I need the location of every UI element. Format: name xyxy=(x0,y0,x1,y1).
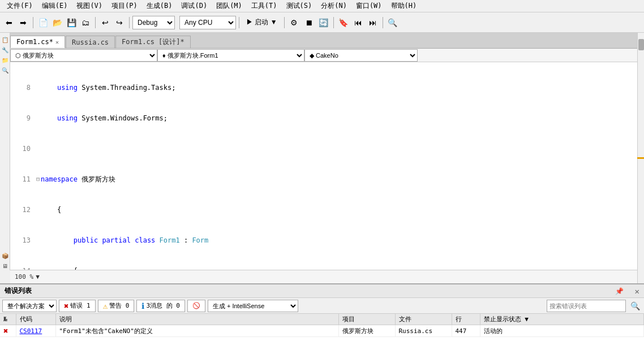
col-line[interactable]: 行 xyxy=(452,314,480,325)
debug-config-select[interactable]: Debug Release xyxy=(132,16,175,29)
tab-form1cs-close[interactable]: ✕ xyxy=(55,39,59,45)
error-desc-cell: "Form1"未包含"CakeNO"的定义 xyxy=(55,325,338,337)
tab-form1cs-label: Form1.cs* xyxy=(16,38,53,46)
error-panel-header: 错误列表 📌 ✕ xyxy=(0,284,644,298)
redo-button[interactable]: ↪ xyxy=(113,16,126,29)
tab-russiacs[interactable]: Russia.cs xyxy=(66,36,115,48)
col-code[interactable]: 代码 xyxy=(16,314,55,325)
search-button[interactable]: 🔍 xyxy=(386,16,400,29)
undo-buttons: ↩ ↪ xyxy=(98,16,126,29)
code-nav-class[interactable]: ♦ 俄罗斯方块.Form1 xyxy=(157,49,304,62)
code-nav-member[interactable]: ◆ CakeNo xyxy=(304,49,418,62)
col-project[interactable]: 项目 xyxy=(338,314,395,325)
menu-edit[interactable]: 编辑(E) xyxy=(37,0,72,12)
attach-button[interactable]: ⚙ xyxy=(287,16,301,29)
fwd-button[interactable]: ➡ xyxy=(16,16,30,29)
menu-window[interactable]: 窗口(W) xyxy=(351,0,387,12)
error-list-table: № 代码 说明 项目 文件 行 禁止显示状态 ▼ ✖ CS0117 "Form1… xyxy=(0,314,644,337)
code-nav-namespace[interactable]: ⬡ 俄罗斯方块 xyxy=(10,49,157,62)
menu-view[interactable]: 视图(V) xyxy=(72,0,107,12)
back-button[interactable]: ⬅ xyxy=(2,16,16,29)
code-nav: ⬡ 俄罗斯方块 ♦ 俄罗斯方块.Form1 ◆ CakeNo xyxy=(10,49,644,62)
menu-tools[interactable]: 工具(T) xyxy=(247,0,282,12)
error-table: № 代码 说明 项目 文件 行 禁止显示状态 ▼ ✖ CS0117 "Form1… xyxy=(0,314,644,354)
col-desc[interactable]: 说明 xyxy=(55,314,338,325)
file-buttons: 📄 📂 💾 🗂 xyxy=(36,16,92,29)
status-bar: 100 % ▼ xyxy=(10,270,637,283)
error-type-icon: ✖ xyxy=(3,326,8,335)
sep2 xyxy=(95,17,96,28)
menu-debug[interactable]: 调试(D) xyxy=(177,0,212,12)
error-code-cell[interactable]: CS0117 xyxy=(16,325,55,337)
error-table-header-row: № 代码 说明 项目 文件 行 禁止显示状态 ▼ xyxy=(0,314,644,325)
sidebar-icon-3[interactable]: 📁 xyxy=(1,55,10,64)
col-num[interactable]: № xyxy=(0,314,16,325)
col-status[interactable]: 禁止显示状态 ▼ xyxy=(480,314,644,325)
error-count-label: 错误 1 xyxy=(70,301,90,310)
left-sidebar: 📋 🔧 📁 🔍 📦 🖥 xyxy=(0,33,10,270)
error-status-cell: 活动的 xyxy=(480,325,644,337)
code-editor[interactable]: 8 using System.Threading.Tasks; 9 using … xyxy=(10,62,644,283)
error-file-cell: Russia.cs xyxy=(395,325,452,337)
scrollbar-thumb[interactable] xyxy=(638,39,644,50)
menu-test[interactable]: 测试(S) xyxy=(282,0,317,12)
open-button[interactable]: 📂 xyxy=(50,16,64,29)
error-code-link[interactable]: CS0117 xyxy=(20,327,42,335)
tab-form1cs[interactable]: Form1.cs* ✕ xyxy=(10,36,65,48)
undo-button[interactable]: ↩ xyxy=(98,16,112,29)
restart-button[interactable]: 🔄 xyxy=(317,16,330,29)
sidebar-icon-2[interactable]: 🔧 xyxy=(1,45,10,54)
sidebar-icon-4[interactable]: 🔍 xyxy=(1,66,10,75)
code-line-13: 13 public partial class Form1 : Form xyxy=(15,235,644,245)
save-button[interactable]: 💾 xyxy=(65,16,78,29)
vertical-scrollbar[interactable] xyxy=(637,33,644,283)
scrollbar-error-marker xyxy=(637,157,644,159)
build-intellisense-select[interactable]: 生成 + IntelliSense xyxy=(208,300,298,312)
menu-build[interactable]: 生成(B) xyxy=(142,0,177,12)
tabs-bar: Form1.cs* ✕ Russia.cs Form1.cs [设计]* xyxy=(10,33,644,49)
sep7 xyxy=(383,17,383,28)
sidebar-icon-1[interactable]: 📋 xyxy=(1,35,10,44)
menu-team[interactable]: 团队(M) xyxy=(212,0,247,12)
code-line-8: 8 using System.Threading.Tasks; xyxy=(15,83,644,93)
info-count-label: 3消息 的 0 xyxy=(146,301,180,310)
info-icon: ℹ xyxy=(141,301,144,310)
tab-form1design[interactable]: Form1.cs [设计]* xyxy=(115,36,191,48)
panel-close-button[interactable]: ✕ xyxy=(635,287,639,296)
start-button[interactable]: ▶ 启动 ▼ xyxy=(242,16,281,29)
save-all-button[interactable]: 🗂 xyxy=(79,16,92,29)
info-count-button[interactable]: ℹ 3消息 的 0 xyxy=(136,300,185,312)
main-area: Form1.cs* ✕ Russia.cs Form1.cs [设计]* ⬡ 俄… xyxy=(10,33,644,283)
suppress-button[interactable]: 🚫 xyxy=(187,300,205,312)
menubar: 文件(F) 编辑(E) 视图(V) 项目(P) 生成(B) 调试(D) 团队(M… xyxy=(0,0,644,12)
sidebar-icon-bottom2[interactable]: 🖥 xyxy=(1,261,10,270)
filter-icon[interactable]: ▼ xyxy=(525,316,529,323)
error-count-button[interactable]: ✖ 错误 1 xyxy=(59,300,96,312)
stop-button[interactable]: ⏹ xyxy=(302,16,316,29)
error-search-input[interactable] xyxy=(547,300,626,312)
error-search-button[interactable]: 🔍 xyxy=(628,299,642,313)
code-line-12: 12 { xyxy=(15,205,644,215)
bookmark-button[interactable]: 🔖 xyxy=(337,16,350,29)
error-type-cell: ✖ xyxy=(0,325,16,337)
panel-pin-button[interactable]: 📌 xyxy=(615,287,624,295)
error-panel-title: 错误列表 xyxy=(5,286,32,296)
col-file[interactable]: 文件 xyxy=(395,314,452,325)
code-area: 8 using System.Threading.Tasks; 9 using … xyxy=(10,62,644,283)
menu-analyze[interactable]: 分析(N) xyxy=(316,0,351,12)
menu-file[interactable]: 文件(F) xyxy=(2,0,37,12)
menu-help[interactable]: 帮助(H) xyxy=(387,0,422,12)
tab-form1design-label: Form1.cs [设计]* xyxy=(122,37,184,47)
bookmark-nav2[interactable]: ⏭ xyxy=(366,16,380,29)
bookmark-nav1[interactable]: ⏮ xyxy=(351,16,365,29)
warning-count-button[interactable]: ⚠ 警告 0 xyxy=(98,300,135,312)
menu-project[interactable]: 项目(P) xyxy=(107,0,142,12)
error-filter-select[interactable]: 整个解决方案 xyxy=(2,300,57,312)
error-row-0[interactable]: ✖ CS0117 "Form1"未包含"CakeNO"的定义 俄罗斯方块 Rus… xyxy=(0,325,644,337)
cpu-config-select[interactable]: Any CPU x86 x64 xyxy=(179,16,236,29)
error-project-cell: 俄罗斯方块 xyxy=(338,325,395,337)
zoom-dropdown[interactable]: ▼ xyxy=(36,273,40,280)
new-button[interactable]: 📄 xyxy=(36,16,50,29)
sep1 xyxy=(33,17,33,28)
sidebar-icon-bottom1[interactable]: 📦 xyxy=(1,251,10,260)
